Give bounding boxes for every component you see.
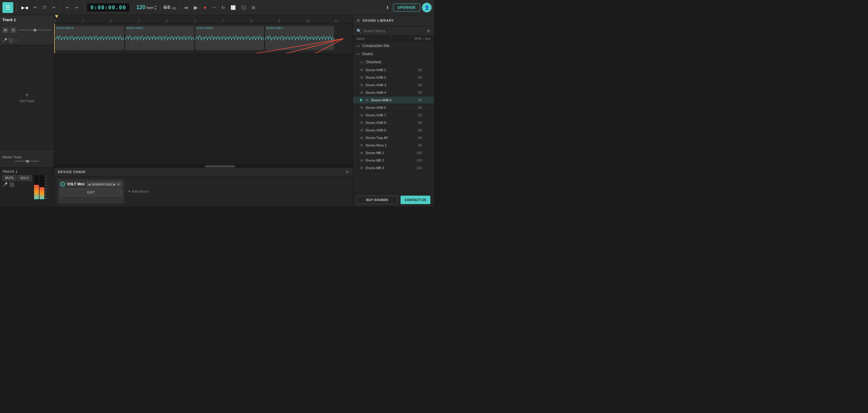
- add-device-plus-icon: +: [128, 189, 130, 194]
- ruler-mark-11: 11: [335, 19, 338, 23]
- list-item-13[interactable]: ≋ Drums MB 2 100: [353, 157, 434, 164]
- loop-button[interactable]: ↻: [220, 4, 227, 11]
- preset-left-arrow[interactable]: ◀: [88, 183, 90, 186]
- bottom-solo-btn[interactable]: SOLO: [18, 175, 31, 181]
- col-bpm-label[interactable]: BPM: [415, 37, 421, 40]
- left-meter: [34, 175, 39, 199]
- contact-us-button[interactable]: CONTACT US: [401, 196, 430, 204]
- preset-dropdown[interactable]: ▼: [117, 183, 120, 186]
- bpm-arrows[interactable]: ▲▼: [154, 4, 157, 10]
- add-device-button[interactable]: + Add Device: [128, 189, 149, 194]
- waveform-svg-1: [56, 30, 124, 50]
- add-track-area[interactable]: + Add Track: [0, 45, 54, 149]
- list-item-7[interactable]: ≋ Drums HHB 7 90: [353, 112, 434, 119]
- list-item-12[interactable]: ≋ Drums MB 1 100: [353, 149, 434, 157]
- pencil-tool[interactable]: ✏: [32, 4, 39, 11]
- waveform-icon-8: ≋: [360, 121, 363, 125]
- user-avatar[interactable]: 👤: [422, 3, 432, 12]
- track1-eq-icon[interactable]: ⬛: [8, 38, 13, 42]
- bottom-mic-icon[interactable]: 🎤: [2, 182, 7, 187]
- list-item-9[interactable]: ≋ Drums HHB 9 90: [353, 127, 434, 134]
- track1-volume[interactable]: [18, 30, 52, 30]
- divider5: [160, 3, 160, 12]
- automation-button[interactable]: 〰: [210, 4, 218, 11]
- item-name-2: Drums HHB 2: [366, 76, 410, 79]
- waveform-block-2[interactable]: Drums HHB 5: [125, 26, 194, 50]
- track1-mute[interactable]: M: [2, 27, 8, 33]
- grid-button[interactable]: ⊞: [250, 4, 257, 11]
- track1-content[interactable]: Drums HHB 5 Drums HHB 5 Drums HHB 5: [54, 24, 352, 54]
- device-chain-title: DEVICE CHAIN: [58, 170, 85, 174]
- ruler-tick-9: [278, 20, 279, 23]
- upgrade-button[interactable]: UPGRADE: [393, 4, 420, 11]
- list-item-1[interactable]: ≋ Drums HHB 1 90: [353, 66, 434, 74]
- waveform-svg-2: [125, 30, 194, 50]
- library-filter-button[interactable]: ⚙: [427, 29, 430, 33]
- bottom-eq-icon[interactable]: ⬛: [9, 182, 14, 187]
- ruler-tick-5: [166, 20, 167, 23]
- item-bpm-3: 90: [413, 83, 422, 87]
- add-track-plus[interactable]: +: [25, 92, 29, 98]
- add-device-label: Add Device: [132, 189, 149, 193]
- list-item-11[interactable]: ≋ Drums Rims 1 95: [353, 142, 434, 149]
- waveform-icon-12: ≋: [360, 151, 363, 155]
- device-chain-close[interactable]: ✕: [345, 170, 349, 174]
- master-volume[interactable]: [15, 161, 39, 161]
- col-key-label: Key: [425, 37, 430, 40]
- ruler-tick-11: [335, 20, 335, 23]
- time-sig-display: 4/4 sig: [163, 5, 176, 10]
- device-edit-button[interactable]: EDIT: [60, 188, 122, 196]
- folder-construction-kits[interactable]: ▭ Construction Kits: [353, 42, 434, 50]
- record-button[interactable]: ●: [202, 4, 208, 11]
- item-name-4: Drums HHB 4: [366, 91, 410, 94]
- track1-mic-icon[interactable]: 🎤: [2, 38, 7, 42]
- scissors-tool[interactable]: ✂: [50, 4, 58, 11]
- library-close-button[interactable]: ✕: [356, 18, 360, 23]
- waveform-icon-11: ≋: [360, 143, 363, 147]
- folder-oneshots[interactable]: ▭ Oneshots: [353, 58, 434, 66]
- buy-sounds-button[interactable]: BUY SOUNDS: [356, 196, 398, 204]
- item-bpm-1: 90: [413, 68, 422, 72]
- list-item-5[interactable]: ≋ Drums HHB 5 90: [353, 96, 434, 104]
- h-scrollbar[interactable]: [54, 165, 352, 167]
- skip-back-button[interactable]: ⏮: [182, 4, 190, 11]
- track1-controls: M S: [2, 27, 52, 33]
- waveform-icon-13: ≋: [360, 158, 363, 163]
- cursor-tool[interactable]: ▶◀: [20, 4, 30, 11]
- list-item-6[interactable]: ≋ Drums HHB 6 90: [353, 104, 434, 112]
- device-preset[interactable]: ◀ Ambient Keys ▶ ▼: [86, 182, 122, 186]
- preset-right-arrow[interactable]: ▶: [113, 183, 116, 186]
- list-item-3[interactable]: ≋ Drums HHB 3 90: [353, 81, 434, 89]
- redo-button[interactable]: ↪: [73, 4, 80, 11]
- folder-drums[interactable]: ▭ Drums: [353, 50, 434, 58]
- list-item-8[interactable]: ≋ Drums HHB 8 90: [353, 119, 434, 127]
- play-button[interactable]: ▶: [192, 3, 200, 12]
- menu-button[interactable]: ☰: [2, 2, 13, 13]
- divider: [16, 3, 17, 12]
- ruler-tick-8: [250, 20, 251, 23]
- sig-label: sig: [171, 6, 176, 10]
- library-footer: BUY SOUNDS CONTACT US: [353, 193, 434, 206]
- export-button[interactable]: ⬜: [229, 4, 238, 11]
- waveform-block-1[interactable]: Drums HHB 5: [56, 26, 124, 50]
- share-button[interactable]: ⬆: [384, 4, 391, 11]
- track1-solo[interactable]: S: [10, 27, 16, 33]
- waveform-block-4[interactable]: Drums HHB 5: [265, 26, 334, 50]
- device-power-button[interactable]: [60, 182, 65, 186]
- metronome-tool[interactable]: ⏱: [41, 4, 49, 11]
- list-item-2[interactable]: ≋ Drums HHB 2 90: [353, 74, 434, 81]
- list-item-10[interactable]: ≋ Drums Trap AP 90: [353, 134, 434, 142]
- bottom-mute-btn[interactable]: MUTE: [2, 175, 16, 181]
- list-item-4[interactable]: ≋ Drums HHB 4 90: [353, 89, 434, 96]
- waveform-block-3[interactable]: Drums HHB 5: [195, 26, 264, 50]
- ruler-tick-2: [82, 20, 83, 23]
- undo-button[interactable]: ↩: [64, 4, 71, 11]
- track1-graph-icon[interactable]: 〰: [14, 38, 19, 42]
- list-item-14[interactable]: ≋ Drums MB 3 100: [353, 164, 434, 172]
- library-header: ✕ SOUND LIBRARY: [353, 15, 434, 26]
- plugin-button[interactable]: ⬛: [239, 4, 248, 11]
- folder-icon-3: ▭: [360, 60, 364, 64]
- library-search-input[interactable]: [363, 29, 425, 33]
- main-area: Track 1 M S 🎤 ⬛ 〰 + Add Track Master Tra…: [0, 15, 434, 206]
- item-name-6: Drums HHB 6: [366, 106, 410, 110]
